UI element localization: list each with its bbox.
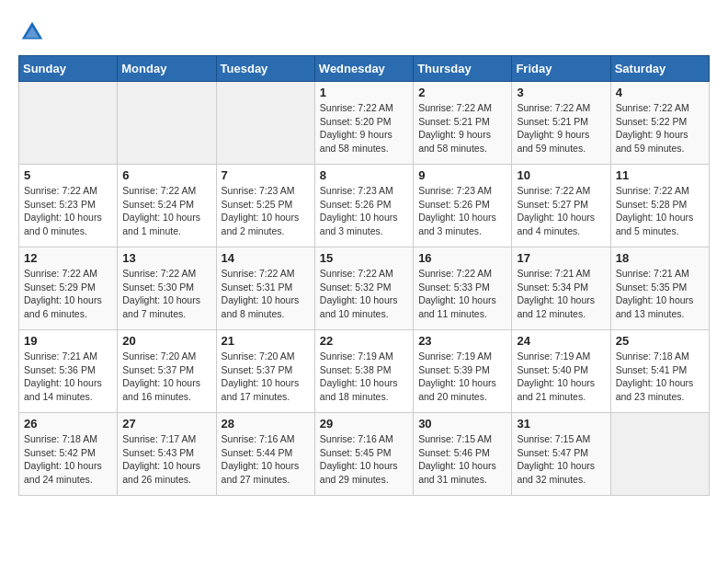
calendar-cell: 4Sunrise: 7:22 AM Sunset: 5:22 PM Daylig… bbox=[610, 82, 709, 165]
day-number: 5 bbox=[24, 168, 112, 182]
calendar-cell: 29Sunrise: 7:16 AM Sunset: 5:45 PM Dayli… bbox=[314, 413, 413, 496]
calendar-cell: 22Sunrise: 7:19 AM Sunset: 5:38 PM Dayli… bbox=[314, 330, 413, 413]
calendar-cell: 6Sunrise: 7:22 AM Sunset: 5:24 PM Daylig… bbox=[118, 165, 216, 247]
day-info: Sunrise: 7:22 AM Sunset: 5:21 PM Dayligh… bbox=[418, 101, 506, 155]
calendar-cell: 31Sunrise: 7:15 AM Sunset: 5:47 PM Dayli… bbox=[512, 413, 610, 496]
day-info: Sunrise: 7:20 AM Sunset: 5:37 PM Dayligh… bbox=[122, 350, 210, 404]
header-monday: Monday bbox=[118, 56, 216, 82]
day-number: 16 bbox=[418, 251, 506, 265]
calendar-cell: 5Sunrise: 7:22 AM Sunset: 5:23 PM Daylig… bbox=[19, 165, 118, 247]
day-number: 30 bbox=[418, 417, 506, 431]
day-info: Sunrise: 7:23 AM Sunset: 5:26 PM Dayligh… bbox=[418, 184, 506, 238]
day-number: 1 bbox=[320, 86, 408, 99]
calendar-cell: 3Sunrise: 7:22 AM Sunset: 5:21 PM Daylig… bbox=[512, 82, 610, 165]
day-number: 26 bbox=[24, 417, 112, 431]
calendar-cell: 1Sunrise: 7:22 AM Sunset: 5:20 PM Daylig… bbox=[314, 82, 413, 165]
day-number: 21 bbox=[222, 334, 310, 348]
calendar-cell: 14Sunrise: 7:22 AM Sunset: 5:31 PM Dayli… bbox=[216, 247, 314, 330]
calendar-cell: 15Sunrise: 7:22 AM Sunset: 5:32 PM Dayli… bbox=[314, 247, 413, 330]
logo bbox=[18, 18, 50, 46]
day-number: 20 bbox=[122, 334, 210, 348]
calendar-cell bbox=[118, 82, 216, 165]
day-number: 17 bbox=[517, 251, 605, 265]
day-info: Sunrise: 7:22 AM Sunset: 5:31 PM Dayligh… bbox=[222, 267, 310, 321]
calendar-cell: 25Sunrise: 7:18 AM Sunset: 5:41 PM Dayli… bbox=[610, 330, 709, 413]
calendar-cell: 24Sunrise: 7:19 AM Sunset: 5:40 PM Dayli… bbox=[512, 330, 610, 413]
page-header bbox=[18, 18, 710, 46]
header-sunday: Sunday bbox=[19, 56, 118, 82]
calendar-cell: 13Sunrise: 7:22 AM Sunset: 5:30 PM Dayli… bbox=[118, 247, 216, 330]
logo-icon bbox=[18, 18, 46, 46]
day-info: Sunrise: 7:20 AM Sunset: 5:37 PM Dayligh… bbox=[222, 350, 310, 404]
day-number: 19 bbox=[24, 334, 112, 348]
day-number: 24 bbox=[517, 334, 605, 348]
calendar-header-row: SundayMondayTuesdayWednesdayThursdayFrid… bbox=[19, 56, 710, 82]
calendar-week-row: 26Sunrise: 7:18 AM Sunset: 5:42 PM Dayli… bbox=[19, 413, 710, 496]
calendar-cell: 21Sunrise: 7:20 AM Sunset: 5:37 PM Dayli… bbox=[216, 330, 314, 413]
header-saturday: Saturday bbox=[610, 56, 709, 82]
calendar-cell: 2Sunrise: 7:22 AM Sunset: 5:21 PM Daylig… bbox=[414, 82, 512, 165]
day-info: Sunrise: 7:22 AM Sunset: 5:30 PM Dayligh… bbox=[122, 267, 210, 321]
day-info: Sunrise: 7:22 AM Sunset: 5:33 PM Dayligh… bbox=[418, 267, 506, 321]
day-number: 4 bbox=[616, 86, 704, 99]
day-info: Sunrise: 7:19 AM Sunset: 5:40 PM Dayligh… bbox=[517, 350, 605, 404]
header-tuesday: Tuesday bbox=[216, 56, 314, 82]
day-number: 25 bbox=[616, 334, 704, 348]
day-info: Sunrise: 7:19 AM Sunset: 5:39 PM Dayligh… bbox=[418, 350, 506, 404]
day-info: Sunrise: 7:21 AM Sunset: 5:34 PM Dayligh… bbox=[517, 267, 605, 321]
day-number: 12 bbox=[24, 251, 112, 265]
day-number: 23 bbox=[418, 334, 506, 348]
calendar-week-row: 12Sunrise: 7:22 AM Sunset: 5:29 PM Dayli… bbox=[19, 247, 710, 330]
day-number: 9 bbox=[418, 168, 506, 182]
day-info: Sunrise: 7:22 AM Sunset: 5:24 PM Dayligh… bbox=[122, 184, 210, 238]
day-number: 10 bbox=[517, 168, 605, 182]
day-number: 8 bbox=[320, 168, 408, 182]
calendar-week-row: 5Sunrise: 7:22 AM Sunset: 5:23 PM Daylig… bbox=[19, 165, 710, 247]
day-number: 22 bbox=[320, 334, 408, 348]
calendar-cell: 10Sunrise: 7:22 AM Sunset: 5:27 PM Dayli… bbox=[512, 165, 610, 247]
day-number: 7 bbox=[222, 168, 310, 182]
day-number: 13 bbox=[122, 251, 210, 265]
calendar-week-row: 19Sunrise: 7:21 AM Sunset: 5:36 PM Dayli… bbox=[19, 330, 710, 413]
day-number: 29 bbox=[320, 417, 408, 431]
calendar-cell: 30Sunrise: 7:15 AM Sunset: 5:46 PM Dayli… bbox=[414, 413, 512, 496]
calendar-cell: 23Sunrise: 7:19 AM Sunset: 5:39 PM Dayli… bbox=[414, 330, 512, 413]
calendar-cell: 16Sunrise: 7:22 AM Sunset: 5:33 PM Dayli… bbox=[414, 247, 512, 330]
calendar-cell: 9Sunrise: 7:23 AM Sunset: 5:26 PM Daylig… bbox=[414, 165, 512, 247]
day-info: Sunrise: 7:22 AM Sunset: 5:21 PM Dayligh… bbox=[517, 101, 605, 155]
day-info: Sunrise: 7:22 AM Sunset: 5:32 PM Dayligh… bbox=[320, 267, 408, 321]
day-info: Sunrise: 7:16 AM Sunset: 5:44 PM Dayligh… bbox=[222, 432, 310, 487]
calendar-cell: 8Sunrise: 7:23 AM Sunset: 5:26 PM Daylig… bbox=[314, 165, 413, 247]
day-number: 31 bbox=[517, 417, 605, 431]
day-info: Sunrise: 7:23 AM Sunset: 5:25 PM Dayligh… bbox=[222, 184, 310, 238]
day-info: Sunrise: 7:17 AM Sunset: 5:43 PM Dayligh… bbox=[122, 432, 210, 487]
calendar-cell: 27Sunrise: 7:17 AM Sunset: 5:43 PM Dayli… bbox=[118, 413, 216, 496]
calendar-cell: 7Sunrise: 7:23 AM Sunset: 5:25 PM Daylig… bbox=[216, 165, 314, 247]
calendar-cell: 18Sunrise: 7:21 AM Sunset: 5:35 PM Dayli… bbox=[610, 247, 709, 330]
header-friday: Friday bbox=[512, 56, 610, 82]
day-number: 14 bbox=[222, 251, 310, 265]
day-info: Sunrise: 7:18 AM Sunset: 5:41 PM Dayligh… bbox=[616, 350, 704, 404]
calendar-cell: 20Sunrise: 7:20 AM Sunset: 5:37 PM Dayli… bbox=[118, 330, 216, 413]
day-number: 3 bbox=[517, 86, 605, 99]
day-info: Sunrise: 7:22 AM Sunset: 5:29 PM Dayligh… bbox=[24, 267, 112, 321]
day-info: Sunrise: 7:22 AM Sunset: 5:27 PM Dayligh… bbox=[517, 184, 605, 238]
day-number: 28 bbox=[222, 417, 310, 431]
calendar-cell bbox=[216, 82, 314, 165]
calendar-cell bbox=[610, 413, 709, 496]
calendar-cell: 17Sunrise: 7:21 AM Sunset: 5:34 PM Dayli… bbox=[512, 247, 610, 330]
day-info: Sunrise: 7:22 AM Sunset: 5:28 PM Dayligh… bbox=[616, 184, 704, 238]
calendar-table: SundayMondayTuesdayWednesdayThursdayFrid… bbox=[18, 55, 710, 496]
day-info: Sunrise: 7:23 AM Sunset: 5:26 PM Dayligh… bbox=[320, 184, 408, 238]
day-number: 6 bbox=[122, 168, 210, 182]
calendar-cell bbox=[19, 82, 118, 165]
day-number: 2 bbox=[418, 86, 506, 99]
day-info: Sunrise: 7:16 AM Sunset: 5:45 PM Dayligh… bbox=[320, 432, 408, 487]
day-info: Sunrise: 7:22 AM Sunset: 5:22 PM Dayligh… bbox=[616, 101, 704, 155]
calendar-cell: 12Sunrise: 7:22 AM Sunset: 5:29 PM Dayli… bbox=[19, 247, 118, 330]
day-number: 27 bbox=[122, 417, 210, 431]
calendar-cell: 11Sunrise: 7:22 AM Sunset: 5:28 PM Dayli… bbox=[610, 165, 709, 247]
day-info: Sunrise: 7:21 AM Sunset: 5:36 PM Dayligh… bbox=[24, 350, 112, 404]
day-number: 18 bbox=[616, 251, 704, 265]
day-number: 15 bbox=[320, 251, 408, 265]
